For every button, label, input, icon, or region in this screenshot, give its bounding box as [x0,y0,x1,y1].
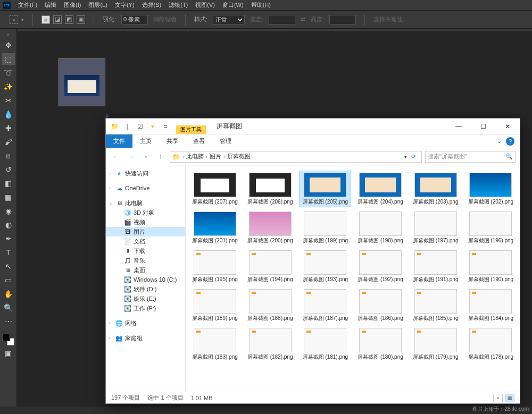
stamp-tool[interactable]: ⧇ [2,150,15,162]
pen-tool[interactable]: ✒ [2,233,15,244]
file-item[interactable]: 屏幕截图 (199).png [299,209,351,246]
feather-input[interactable] [121,15,148,24]
file-item[interactable]: 屏幕截图 (194).png [244,248,296,285]
tree-item[interactable]: 🖼图片 [106,227,185,236]
marquee-tool[interactable]: ⬚ [2,53,15,65]
quick-mask-tool[interactable]: ▣ [2,348,15,359]
file-item[interactable]: 屏幕截图 (179).png [410,326,462,362]
tree-item[interactable]: 🧊3D 对象 [106,208,185,217]
file-item[interactable]: 屏幕截图 (190).png [464,248,517,285]
shape-tool[interactable]: ▭ [2,274,15,286]
crumb-thispc[interactable]: 此电脑 [186,153,204,160]
ribbon-tab[interactable]: 文件 [106,134,132,148]
file-item[interactable]: 屏幕截图 (206).png [244,171,296,207]
view-thumbs-icon[interactable]: ▦ [505,394,514,402]
file-item[interactable]: 屏幕截图 (189).png [189,287,241,324]
style-select[interactable]: 正常 [213,15,245,24]
file-item[interactable]: 屏幕截图 (180).png [354,326,406,362]
file-item[interactable]: 屏幕截图 (187).png [299,287,351,324]
file-item[interactable]: 屏幕截图 (192).png [354,248,406,285]
file-item[interactable]: 屏幕截图 (186).png [354,287,406,324]
lasso-tool[interactable]: ➰ [2,67,15,79]
marquee-mode-icon[interactable]: ▫ [10,15,18,24]
history-brush-tool[interactable]: ↺ [2,164,15,175]
selection-subtract-icon[interactable]: ◩ [65,15,73,24]
tree-item[interactable]: 🖥桌面 [106,265,185,275]
crumb-screenshots[interactable]: 屏幕截图 [227,153,251,160]
magic-wand-tool[interactable]: ✨ [2,81,15,92]
file-item[interactable]: 屏幕截图 (204).png [354,171,406,207]
blur-tool[interactable]: ◉ [2,205,15,217]
dodge-tool[interactable]: ◐ [2,219,15,231]
ps-menu-item[interactable]: 选择(S) [142,1,162,9]
eyedropper-tool[interactable]: 💧 [2,108,15,120]
more-tools[interactable]: ⋯ [2,316,15,327]
file-item[interactable]: 屏幕截图 (202).png [464,171,517,207]
tree-item[interactable]: 📄文档 [106,236,185,246]
ps-menu-item[interactable]: 文件(F) [18,1,37,9]
ps-menu-item[interactable]: 滤镜(T) [169,1,188,9]
ribbon-tab-manage[interactable]: 管理 [212,134,239,148]
file-item[interactable]: 屏幕截图 (183).png [189,326,241,362]
ps-menu-item[interactable]: 图像(I) [64,1,81,9]
file-item[interactable]: 屏幕截图 (196).png [464,209,517,246]
heal-tool[interactable]: ✚ [2,122,15,134]
zoom-tool[interactable]: 🔍 [2,302,15,314]
back-button[interactable]: ← [110,151,122,163]
file-item[interactable]: 屏幕截图 (197).png [410,209,462,246]
file-item[interactable]: 屏幕截图 (195).png [189,248,241,285]
type-tool[interactable]: T [2,247,15,258]
color-swatches[interactable] [3,334,14,345]
qat-customize-icon[interactable]: = [160,121,171,132]
qat-properties-icon[interactable]: ☑ [135,121,145,132]
file-item[interactable]: 屏幕截图 (203).png [410,171,462,207]
tree-onedrive[interactable]: ›☁OneDrive [106,183,185,193]
tree-item[interactable]: 🎵音乐 [106,256,185,265]
view-details-icon[interactable]: ≡ [493,394,503,402]
tree-homegroup[interactable]: ›👥家庭组 [106,333,185,343]
selection-new-icon[interactable]: ■ [41,15,50,24]
ps-menu-item[interactable]: 图层(L) [88,1,107,9]
eraser-tool[interactable]: ◧ [2,178,15,189]
ps-menu-item[interactable]: 窗口(W) [222,1,244,9]
ps-menu-item[interactable]: 帮助(H) [251,1,271,9]
refresh-icon[interactable]: ⟳ [408,153,419,160]
tree-item[interactable]: ⬇下载 [106,246,185,256]
file-item[interactable]: 屏幕截图 (205).png [299,171,351,207]
crop-tool[interactable]: ✂ [2,95,15,106]
file-item[interactable]: 屏幕截图 (191).png [410,248,462,285]
gradient-tool[interactable]: ▦ [2,191,15,203]
tree-item[interactable]: 💽工作 (F:) [106,303,185,313]
file-item[interactable]: 屏幕截图 (198).png [354,209,406,246]
file-item[interactable]: 屏幕截图 (184).png [464,287,517,324]
minimize-button[interactable]: — [446,119,471,134]
ribbon-tab[interactable]: 共享 [159,134,186,148]
path-tool[interactable]: ↖ [2,260,15,272]
tree-item[interactable]: 💽Windows 10 (C:) [106,275,185,284]
tree-item[interactable]: 💽娱乐 (E:) [106,294,185,303]
tree-item[interactable]: 💽软件 (D:) [106,284,185,294]
file-item[interactable]: 屏幕截图 (201).png [189,209,241,246]
ribbon-expand-icon[interactable]: ⌄ [497,138,502,145]
file-item[interactable]: 屏幕截图 (185).png [410,287,462,324]
close-button[interactable]: ✕ [495,119,520,134]
ribbon-tab[interactable]: 主页 [132,134,159,148]
explorer-titlebar[interactable]: 📁 | ☑ ▾ = 图片工具 屏幕截图 — ☐ ✕ [106,119,520,134]
file-item[interactable]: 屏幕截图 (200).png [244,209,296,246]
file-item[interactable]: 屏幕截图 (181).png [299,326,351,362]
ps-menu-item[interactable]: 编辑 [45,1,56,9]
recent-button[interactable]: ▾ [140,151,152,163]
brush-tool[interactable]: 🖌 [2,136,15,148]
move-tool[interactable]: ✥ [2,39,15,51]
hand-tool[interactable]: ✋ [2,288,15,300]
file-item[interactable]: 屏幕截图 (182).png [244,326,296,362]
context-tab-pictures[interactable]: 图片工具 [171,119,211,134]
address-dropdown-icon[interactable]: ▾ [404,154,407,159]
forward-button[interactable]: → [125,151,137,163]
crumb-pictures[interactable]: 图片 [210,153,221,160]
up-button[interactable]: ↑ [155,151,167,163]
ps-menu-item[interactable]: 视图(V) [195,1,215,9]
file-item[interactable]: 屏幕截图 (178).png [464,326,517,362]
selection-add-icon[interactable]: ◪ [53,15,62,24]
tree-quick-access[interactable]: ›★快速访问 [106,168,185,178]
